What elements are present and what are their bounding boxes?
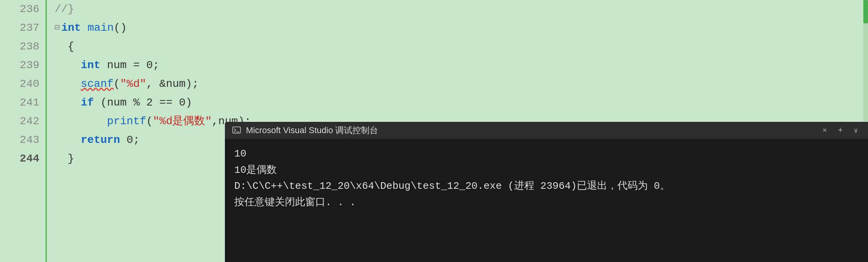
comment-236: //} <box>55 0 74 19</box>
comma-240: , &num); <box>146 75 198 93</box>
code-line-240: scanf("%d", &num); <box>55 75 868 93</box>
svg-rect-0 <box>233 127 240 133</box>
collapse-237: ⊟ <box>55 21 60 35</box>
terminal-chevron-button[interactable]: ∨ <box>850 125 862 136</box>
space <box>81 19 88 37</box>
fn-printf: printf <box>107 112 146 131</box>
line-number-243: 243 <box>20 131 39 149</box>
editor-area: 236 237 238 239 240 241 242 243 244 //} … <box>0 0 868 262</box>
line-number-241: 241 <box>20 93 39 112</box>
terminal-close-button[interactable]: × <box>819 125 831 136</box>
kw-int-239: int <box>81 56 100 75</box>
code-line-238: { <box>55 37 868 56</box>
code-line-237: ⊟int main() <box>55 19 868 37</box>
terminal-output-line1: 10 <box>234 146 859 162</box>
fn-main: main <box>87 19 113 37</box>
terminal-output-line4: 按任意键关闭此窗口. . . <box>234 195 859 211</box>
line-number-237: 237 <box>20 19 39 37</box>
line-number-242: 242 <box>20 112 39 131</box>
space-239a: num = 0; <box>101 56 159 75</box>
indent-243 <box>55 131 81 149</box>
val-243: 0; <box>120 131 140 149</box>
terminal-add-button[interactable]: + <box>834 125 846 136</box>
fn-scanf: scanf <box>81 75 113 93</box>
code-line-236: //} <box>55 0 868 19</box>
indent-239 <box>55 56 81 75</box>
terminal-output-line2: 10是偶数 <box>234 162 859 179</box>
str-242: "%d是偶数" <box>153 112 212 131</box>
terminal-titlebar: Microsoft Visual Studio 调试控制台 × + ∨ <box>225 122 868 139</box>
indent-241 <box>55 93 81 112</box>
brace-close-244: } <box>55 149 74 168</box>
paren: () <box>114 19 127 37</box>
line-number-239: 239 <box>20 56 39 75</box>
code-line-241: if (num % 2 == 0) <box>55 93 868 112</box>
paren-242a: ( <box>146 112 153 131</box>
kw-int-237: int <box>61 19 81 37</box>
kw-return: return <box>81 131 120 149</box>
indent-242 <box>55 112 107 131</box>
line-number-244: 244 <box>20 149 39 168</box>
paren-240a: ( <box>113 75 120 93</box>
terminal-window: Microsoft Visual Studio 调试控制台 × + ∨ 10 1… <box>225 122 868 262</box>
terminal-output-line3: D:\C\C++\test_12_20\x64\Debug\test_12_20… <box>234 178 859 195</box>
terminal-body: 10 10是偶数 D:\C\C++\test_12_20\x64\Debug\t… <box>225 139 868 262</box>
line-number-236: 236 <box>20 0 39 19</box>
kw-if: if <box>81 93 94 112</box>
line-numbers: 236 237 238 239 240 241 242 243 244 <box>0 0 47 262</box>
cond-241: (num % 2 == 0) <box>94 93 192 112</box>
str-240: "%d" <box>120 75 146 93</box>
indent-240 <box>55 75 81 93</box>
brace-open: { <box>55 37 74 56</box>
line-number-238: 238 <box>20 37 39 56</box>
code-line-239: int num = 0; <box>55 56 868 75</box>
terminal-title: Microsoft Visual Studio 调试控制台 <box>246 125 815 136</box>
terminal-icon <box>231 125 242 136</box>
line-number-240: 240 <box>20 75 39 93</box>
scroll-thumb[interactable] <box>863 0 868 23</box>
